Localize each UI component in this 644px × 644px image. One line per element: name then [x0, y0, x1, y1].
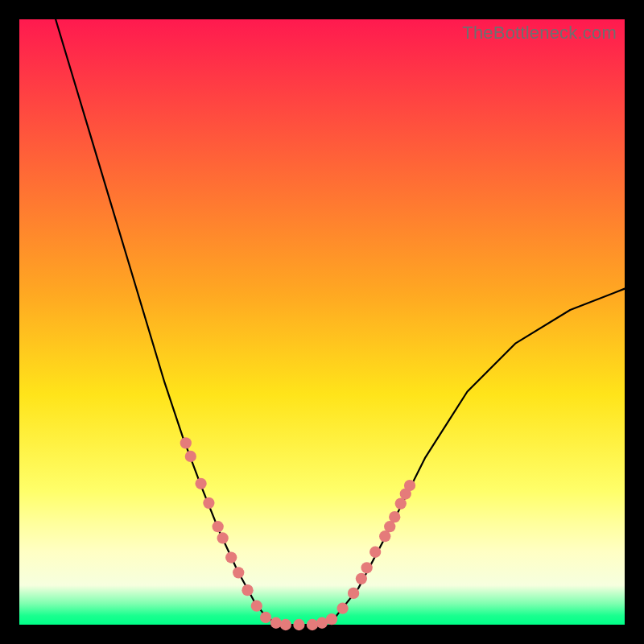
data-marker: [280, 619, 291, 630]
chart-stage: TheBottleneck.com: [0, 0, 644, 644]
data-marker: [369, 547, 381, 558]
data-marker: [293, 619, 304, 630]
data-marker: [195, 478, 206, 489]
data-marker: [336, 603, 348, 614]
data-marker: [225, 551, 237, 563]
data-marker: [348, 588, 359, 599]
watermark-text: TheBottleneck.com: [462, 23, 617, 43]
data-marker: [242, 584, 253, 596]
data-marker: [326, 613, 337, 625]
data-marker: [356, 573, 367, 584]
bottleneck-curve: [56, 19, 625, 625]
data-marker: [404, 480, 415, 491]
data-marker: [213, 521, 224, 532]
data-marker: [217, 532, 229, 543]
data-marker: [389, 511, 400, 522]
data-marker: [203, 497, 214, 509]
curve-layer: [19, 19, 625, 625]
data-marker: [270, 617, 282, 629]
data-marker: [185, 451, 196, 462]
data-marker: [180, 437, 192, 448]
data-marker: [307, 619, 318, 630]
plot-area: TheBottleneck.com: [19, 19, 625, 625]
data-marker: [233, 567, 244, 578]
data-marker: [260, 612, 271, 623]
data-marker: [361, 562, 373, 573]
data-marker: [251, 601, 262, 612]
